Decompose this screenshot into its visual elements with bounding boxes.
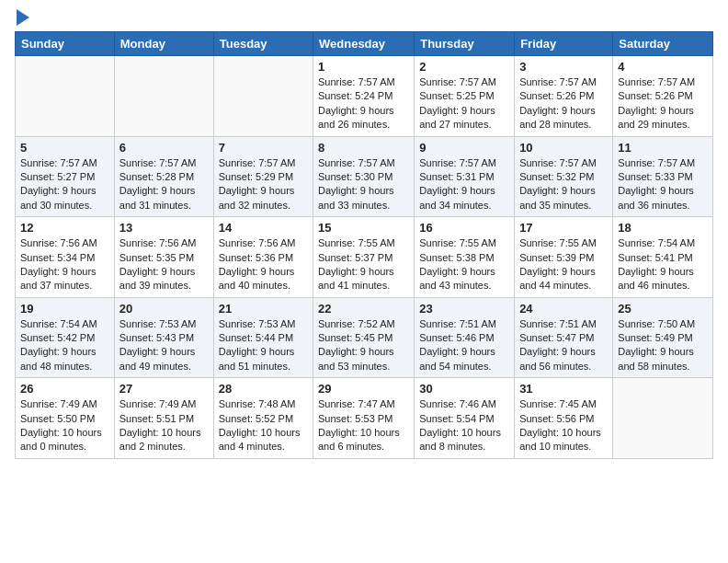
day-number: 17 <box>519 221 608 235</box>
day-info: Sunrise: 7:57 AM Sunset: 5:30 PM Dayligh… <box>318 156 409 213</box>
calendar-cell: 29Sunrise: 7:47 AM Sunset: 5:53 PM Dayli… <box>313 378 415 459</box>
calendar-cell: 25Sunrise: 7:50 AM Sunset: 5:49 PM Dayli… <box>613 297 713 378</box>
week-row-1: 1Sunrise: 7:57 AM Sunset: 5:24 PM Daylig… <box>16 56 713 137</box>
weekday-header-sunday: Sunday <box>16 32 115 56</box>
day-number: 9 <box>419 141 509 155</box>
day-number: 26 <box>20 382 109 396</box>
day-number: 8 <box>318 141 409 155</box>
day-info: Sunrise: 7:55 AM Sunset: 5:37 PM Dayligh… <box>318 236 409 293</box>
day-number: 4 <box>618 60 708 74</box>
day-number: 28 <box>219 382 308 396</box>
calendar-cell: 12Sunrise: 7:56 AM Sunset: 5:34 PM Dayli… <box>16 217 115 298</box>
day-info: Sunrise: 7:54 AM Sunset: 5:41 PM Dayligh… <box>618 236 708 293</box>
day-info: Sunrise: 7:57 AM Sunset: 5:27 PM Dayligh… <box>20 156 109 213</box>
day-number: 19 <box>20 302 109 316</box>
day-info: Sunrise: 7:48 AM Sunset: 5:52 PM Dayligh… <box>219 397 308 454</box>
calendar-cell <box>213 56 313 137</box>
calendar-cell: 13Sunrise: 7:56 AM Sunset: 5:35 PM Dayli… <box>114 217 213 298</box>
day-info: Sunrise: 7:56 AM Sunset: 5:34 PM Dayligh… <box>20 236 109 293</box>
weekday-header-wednesday: Wednesday <box>313 32 415 56</box>
day-info: Sunrise: 7:53 AM Sunset: 5:43 PM Dayligh… <box>119 317 209 374</box>
day-number: 20 <box>119 302 209 316</box>
day-number: 3 <box>519 60 608 74</box>
calendar-cell: 18Sunrise: 7:54 AM Sunset: 5:41 PM Dayli… <box>613 217 713 298</box>
calendar-cell: 27Sunrise: 7:49 AM Sunset: 5:51 PM Dayli… <box>114 378 213 459</box>
day-number: 10 <box>519 141 608 155</box>
logo <box>15 9 29 26</box>
calendar-cell: 8Sunrise: 7:57 AM Sunset: 5:30 PM Daylig… <box>313 136 415 217</box>
page: SundayMondayTuesdayWednesdayThursdayFrid… <box>0 0 728 474</box>
day-info: Sunrise: 7:53 AM Sunset: 5:44 PM Dayligh… <box>219 317 308 374</box>
weekday-header-row: SundayMondayTuesdayWednesdayThursdayFrid… <box>16 32 713 56</box>
day-info: Sunrise: 7:55 AM Sunset: 5:39 PM Dayligh… <box>519 236 608 293</box>
day-number: 14 <box>219 221 308 235</box>
calendar-cell: 28Sunrise: 7:48 AM Sunset: 5:52 PM Dayli… <box>213 378 313 459</box>
day-number: 15 <box>318 221 409 235</box>
day-info: Sunrise: 7:57 AM Sunset: 5:26 PM Dayligh… <box>519 75 608 132</box>
calendar-cell: 24Sunrise: 7:51 AM Sunset: 5:47 PM Dayli… <box>515 297 613 378</box>
day-info: Sunrise: 7:57 AM Sunset: 5:33 PM Dayligh… <box>618 156 708 213</box>
calendar-cell: 3Sunrise: 7:57 AM Sunset: 5:26 PM Daylig… <box>515 56 613 137</box>
weekday-header-tuesday: Tuesday <box>213 32 313 56</box>
day-info: Sunrise: 7:57 AM Sunset: 5:25 PM Dayligh… <box>419 75 509 132</box>
day-info: Sunrise: 7:52 AM Sunset: 5:45 PM Dayligh… <box>318 317 409 374</box>
calendar-cell: 5Sunrise: 7:57 AM Sunset: 5:27 PM Daylig… <box>16 136 115 217</box>
day-info: Sunrise: 7:57 AM Sunset: 5:28 PM Dayligh… <box>119 156 209 213</box>
day-info: Sunrise: 7:51 AM Sunset: 5:47 PM Dayligh… <box>519 317 608 374</box>
calendar-cell <box>613 378 713 459</box>
calendar-cell: 6Sunrise: 7:57 AM Sunset: 5:28 PM Daylig… <box>114 136 213 217</box>
calendar-cell: 26Sunrise: 7:49 AM Sunset: 5:50 PM Dayli… <box>16 378 115 459</box>
calendar-cell: 22Sunrise: 7:52 AM Sunset: 5:45 PM Dayli… <box>313 297 415 378</box>
day-number: 7 <box>219 141 308 155</box>
day-number: 27 <box>119 382 209 396</box>
calendar-cell: 19Sunrise: 7:54 AM Sunset: 5:42 PM Dayli… <box>16 297 115 378</box>
day-info: Sunrise: 7:46 AM Sunset: 5:54 PM Dayligh… <box>419 397 509 454</box>
day-number: 1 <box>318 60 409 74</box>
day-number: 13 <box>119 221 209 235</box>
day-info: Sunrise: 7:54 AM Sunset: 5:42 PM Dayligh… <box>20 317 109 374</box>
calendar-cell: 30Sunrise: 7:46 AM Sunset: 5:54 PM Dayli… <box>415 378 515 459</box>
calendar-table: SundayMondayTuesdayWednesdayThursdayFrid… <box>15 31 713 459</box>
calendar-cell: 17Sunrise: 7:55 AM Sunset: 5:39 PM Dayli… <box>515 217 613 298</box>
header <box>15 9 713 26</box>
calendar-cell: 7Sunrise: 7:57 AM Sunset: 5:29 PM Daylig… <box>213 136 313 217</box>
calendar-cell: 23Sunrise: 7:51 AM Sunset: 5:46 PM Dayli… <box>415 297 515 378</box>
day-number: 23 <box>419 302 509 316</box>
day-number: 16 <box>419 221 509 235</box>
day-number: 11 <box>618 141 708 155</box>
day-info: Sunrise: 7:57 AM Sunset: 5:32 PM Dayligh… <box>519 156 608 213</box>
calendar-cell: 15Sunrise: 7:55 AM Sunset: 5:37 PM Dayli… <box>313 217 415 298</box>
calendar-cell: 20Sunrise: 7:53 AM Sunset: 5:43 PM Dayli… <box>114 297 213 378</box>
day-number: 5 <box>20 141 109 155</box>
day-info: Sunrise: 7:47 AM Sunset: 5:53 PM Dayligh… <box>318 397 409 454</box>
day-number: 12 <box>20 221 109 235</box>
day-info: Sunrise: 7:49 AM Sunset: 5:50 PM Dayligh… <box>20 397 109 454</box>
day-number: 25 <box>618 302 708 316</box>
week-row-3: 12Sunrise: 7:56 AM Sunset: 5:34 PM Dayli… <box>16 217 713 298</box>
calendar-cell: 16Sunrise: 7:55 AM Sunset: 5:38 PM Dayli… <box>415 217 515 298</box>
calendar-cell: 4Sunrise: 7:57 AM Sunset: 5:26 PM Daylig… <box>613 56 713 137</box>
calendar-cell: 1Sunrise: 7:57 AM Sunset: 5:24 PM Daylig… <box>313 56 415 137</box>
day-number: 30 <box>419 382 509 396</box>
day-info: Sunrise: 7:56 AM Sunset: 5:35 PM Dayligh… <box>119 236 209 293</box>
day-info: Sunrise: 7:57 AM Sunset: 5:26 PM Dayligh… <box>618 75 708 132</box>
day-info: Sunrise: 7:49 AM Sunset: 5:51 PM Dayligh… <box>119 397 209 454</box>
calendar-cell: 10Sunrise: 7:57 AM Sunset: 5:32 PM Dayli… <box>515 136 613 217</box>
day-info: Sunrise: 7:45 AM Sunset: 5:56 PM Dayligh… <box>519 397 608 454</box>
weekday-header-monday: Monday <box>114 32 213 56</box>
calendar-cell: 9Sunrise: 7:57 AM Sunset: 5:31 PM Daylig… <box>415 136 515 217</box>
day-info: Sunrise: 7:56 AM Sunset: 5:36 PM Dayligh… <box>219 236 308 293</box>
day-number: 2 <box>419 60 509 74</box>
calendar-cell <box>114 56 213 137</box>
day-number: 6 <box>119 141 209 155</box>
weekday-header-saturday: Saturday <box>613 32 713 56</box>
day-number: 24 <box>519 302 608 316</box>
calendar-cell <box>16 56 115 137</box>
day-info: Sunrise: 7:57 AM Sunset: 5:31 PM Dayligh… <box>419 156 509 213</box>
day-number: 29 <box>318 382 409 396</box>
day-info: Sunrise: 7:51 AM Sunset: 5:46 PM Dayligh… <box>419 317 509 374</box>
day-number: 18 <box>618 221 708 235</box>
logo-arrow-icon <box>17 9 29 26</box>
calendar-cell: 11Sunrise: 7:57 AM Sunset: 5:33 PM Dayli… <box>613 136 713 217</box>
calendar-cell: 21Sunrise: 7:53 AM Sunset: 5:44 PM Dayli… <box>213 297 313 378</box>
